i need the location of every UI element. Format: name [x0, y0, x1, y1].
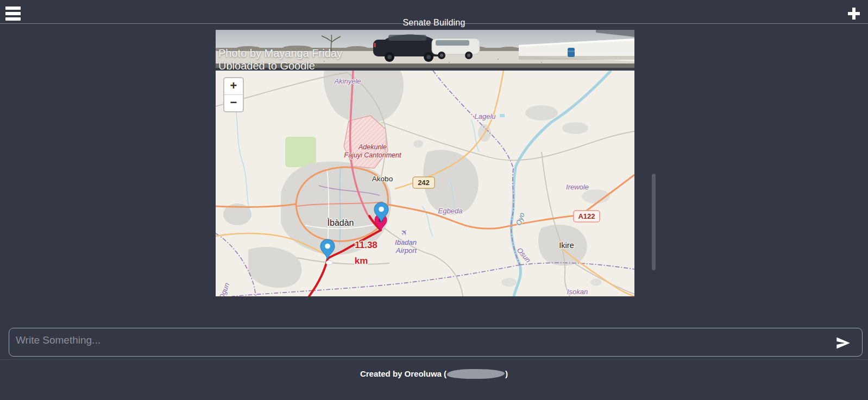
- photo-credit-line2: Uploaded to Google: [218, 60, 342, 69]
- comment-input[interactable]: [9, 328, 863, 357]
- map-label-isokan: Isokan: [567, 288, 588, 296]
- map-label-akinyele: Akinyele: [334, 77, 361, 85]
- map-label-cantonment-1: Adekunle: [358, 143, 387, 151]
- footer-credit-suffix: ): [505, 369, 508, 378]
- footer-credit: Created by Oreoluwa (): [0, 369, 868, 379]
- footer-credit-prefix: Created by Oreoluwa (: [360, 369, 446, 378]
- map[interactable]: Akinyele Lagelu Adekunle Fajuyi Cantonme…: [216, 71, 634, 296]
- place-photo: Photo by Mayanga Friday Uploaded to Goog…: [216, 30, 634, 69]
- photo-credit-line1: Photo by Mayanga Friday: [218, 47, 342, 60]
- footer-divider: [0, 359, 868, 360]
- page-title: Senate Building: [0, 18, 868, 28]
- zoom-out-button[interactable]: −: [224, 95, 243, 111]
- hamburger-bar: [5, 12, 21, 15]
- map-label-irewole: Irewole: [566, 183, 589, 191]
- road-badge-a122: A122: [574, 211, 600, 222]
- road-badge-242: 242: [413, 177, 435, 188]
- photo-credit: Photo by Mayanga Friday Uploaded to Goog…: [218, 47, 342, 69]
- map-label-akobo: Akobo: [372, 175, 393, 183]
- hamburger-bar: [5, 7, 21, 10]
- map-label-ikire: Ikire: [559, 241, 574, 250]
- header: Senate Building: [0, 0, 868, 24]
- map-label-egbeda: Egbeda: [438, 207, 463, 215]
- place-card: Photo by Mayanga Friday Uploaded to Goog…: [216, 30, 634, 296]
- map-label-cantonment-2: Fajuyi Cantonment: [344, 151, 401, 159]
- map-label-airport-2: Airport: [395, 246, 418, 255]
- route-endpoint-dot: [326, 261, 332, 265]
- photo-barrel: [568, 48, 575, 57]
- map-label-airport-1: Ibadan: [395, 238, 417, 246]
- svg-text:A122: A122: [578, 212, 595, 220]
- svg-text:242: 242: [418, 179, 430, 187]
- zoom-in-button[interactable]: +: [224, 78, 243, 95]
- redacted-phone-number: [447, 369, 505, 379]
- send-icon[interactable]: [835, 335, 851, 351]
- svg-text:km: km: [355, 256, 368, 266]
- map-label-ibadan: Ìbàdàn: [328, 218, 354, 227]
- scrollbar-thumb[interactable]: [652, 174, 656, 270]
- map-zoom-control: + −: [223, 77, 244, 112]
- svg-text:11.38: 11.38: [355, 240, 378, 250]
- comment-composer: [9, 328, 863, 357]
- map-canvas[interactable]: Akinyele Lagelu Adekunle Fajuyi Cantonme…: [216, 71, 634, 296]
- map-label-lagelu: Lagelu: [474, 112, 495, 120]
